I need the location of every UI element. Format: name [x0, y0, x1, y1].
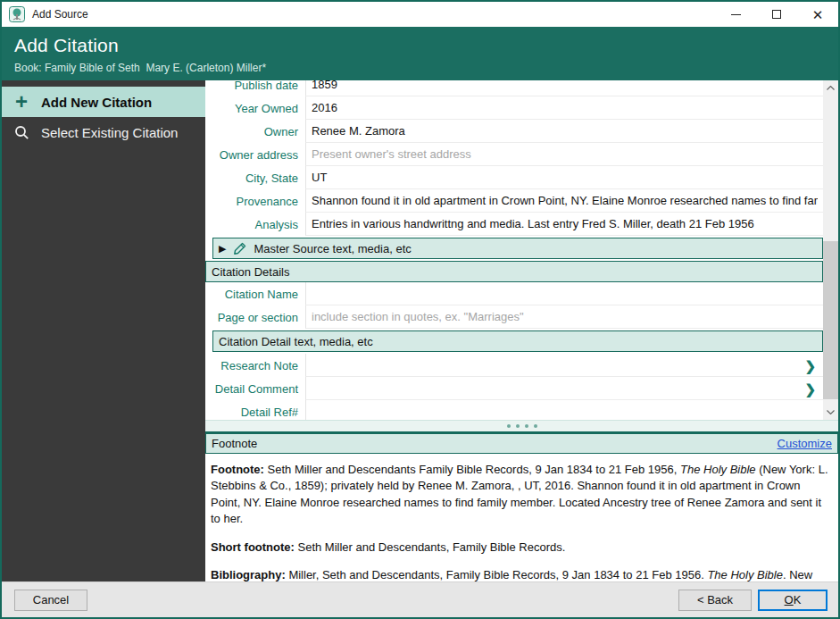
footnote-preview: Footnote: Seth Miller and Descendants Fa…: [205, 454, 838, 581]
field-row-analysis: Analysis: [205, 213, 823, 236]
splitter-grip-dot: [516, 424, 520, 428]
research-note-input[interactable]: [306, 354, 823, 376]
footnote-header-label: Footnote: [212, 437, 257, 450]
field-label: Publish date: [205, 80, 305, 96]
field-label: Owner: [205, 120, 305, 143]
field-row-owner: Owner: [205, 120, 823, 143]
chevron-right-icon[interactable]: ❯: [804, 358, 816, 372]
maximize-icon: [772, 10, 781, 19]
field-label: Analysis: [205, 213, 305, 236]
splitter-grip-dot: [534, 424, 537, 428]
sidebar: + Add New Citation Select Existing Citat…: [2, 80, 205, 581]
footnote-paragraph: Footnote: Seth Miller and Descendants Fa…: [211, 462, 831, 528]
customize-link[interactable]: Customize: [778, 437, 832, 450]
scrollbar-thumb[interactable]: [823, 241, 838, 399]
short-footnote-paragraph: Short footnote: Seth Miller and Descenda…: [211, 540, 831, 556]
scrollbar-track[interactable]: [823, 96, 838, 405]
footnote-pane: Footnote Customize Footnote: Seth Miller…: [205, 433, 838, 581]
citation-detail-band-label: Citation Detail text, media, etc: [219, 335, 373, 348]
detail-comment-input[interactable]: [306, 377, 823, 399]
app-tree-icon: [9, 6, 25, 22]
back-button[interactable]: < Back: [678, 590, 752, 611]
expander-triangle-icon: ▶: [219, 244, 226, 254]
bibliography-paragraph: Bibliography: Miller, Seth and Descendan…: [211, 567, 831, 581]
citation-name-input[interactable]: [306, 282, 823, 305]
publish-date-input[interactable]: [306, 80, 823, 96]
close-icon: ✕: [812, 8, 824, 21]
owner-input[interactable]: [306, 120, 823, 142]
field-label: Owner address: [205, 143, 305, 166]
page-header: Add Citation Book: Family Bible of Seth …: [2, 27, 838, 80]
sidebar-item-label: Select Existing Citation: [41, 125, 178, 140]
field-row-provenance: Provenance: [205, 189, 823, 213]
scroll-up-arrow[interactable]: [823, 80, 838, 96]
field-row-owner-address: Owner address: [205, 143, 823, 166]
year-owned-input[interactable]: [306, 96, 823, 119]
field-label: Provenance: [205, 189, 305, 213]
dialog-footer: Cancel < Back OK: [2, 581, 838, 617]
citation-detail-expander[interactable]: Citation Detail text, media, etc: [212, 330, 823, 352]
field-label: Detail Comment: [205, 377, 305, 400]
field-label: Detail Ref#: [205, 400, 305, 420]
field-label: Citation Name: [205, 282, 305, 305]
field-row-detail-comment: Detail Comment ❯: [205, 377, 823, 400]
field-row-year-owned: Year Owned: [205, 96, 823, 120]
ok-button[interactable]: OK: [758, 590, 828, 611]
close-button[interactable]: ✕: [797, 2, 838, 27]
plus-icon: +: [13, 91, 29, 113]
footnote-header: Footnote Customize: [205, 433, 838, 454]
field-row-detail-ref: Detail Ref#: [205, 400, 823, 420]
title-bar: Add Source ✕: [2, 2, 838, 27]
sidebar-item-label: Add New Citation: [41, 95, 152, 110]
search-icon: [13, 125, 29, 140]
sidebar-item-select-existing-citation[interactable]: Select Existing Citation: [2, 117, 205, 147]
citation-details-label: Citation Details: [212, 265, 289, 279]
page-or-section-input[interactable]: [306, 305, 823, 328]
citation-form-pane: Publish date Year Owned Owner Owner addr…: [205, 80, 838, 420]
master-source-expander[interactable]: ▶ Master Source text, media, etc: [212, 238, 823, 259]
owner-address-input[interactable]: [306, 143, 823, 165]
field-row-citation-name: Citation Name: [205, 282, 823, 305]
splitter-grip-dot: [507, 424, 511, 428]
maximize-button[interactable]: [756, 2, 797, 27]
scroll-down-arrow[interactable]: [823, 405, 838, 420]
field-label: Research Note: [205, 354, 305, 377]
cancel-button[interactable]: Cancel: [14, 590, 87, 611]
analysis-input[interactable]: [306, 213, 823, 235]
page-title: Add Citation: [14, 35, 826, 56]
field-row-publish-date: Publish date: [205, 80, 823, 96]
window-title: Add Source: [32, 8, 715, 21]
add-source-window: Add Source ✕ Add Citation Book: Family B…: [0, 0, 840, 619]
source-subtitle: Book: Family Bible of Seth Mary E. (Carl…: [14, 62, 826, 74]
field-label: Page or section: [205, 305, 305, 329]
citation-details-header: Citation Details: [205, 261, 823, 282]
chevron-right-icon[interactable]: ❯: [804, 381, 816, 395]
minimize-button[interactable]: [715, 2, 756, 27]
vertical-scrollbar[interactable]: [823, 80, 838, 420]
main-content: Publish date Year Owned Owner Owner addr…: [205, 80, 838, 581]
sidebar-item-add-new-citation[interactable]: + Add New Citation: [2, 87, 205, 117]
provenance-input[interactable]: [306, 189, 823, 212]
minimize-icon: [731, 14, 741, 15]
field-label: Year Owned: [205, 96, 305, 120]
pane-splitter[interactable]: [205, 420, 838, 433]
detail-ref-input[interactable]: [306, 400, 823, 420]
splitter-grip-dot: [525, 424, 528, 428]
field-row-city-state: City, State: [205, 166, 823, 189]
field-label: City, State: [205, 166, 305, 189]
field-row-research-note: Research Note ❯: [205, 354, 823, 377]
field-row-page-or-section: Page or section: [205, 305, 823, 329]
city-state-input[interactable]: [306, 166, 823, 188]
master-source-band-label: Master Source text, media, etc: [254, 242, 411, 255]
edit-pen-icon: [233, 242, 246, 255]
